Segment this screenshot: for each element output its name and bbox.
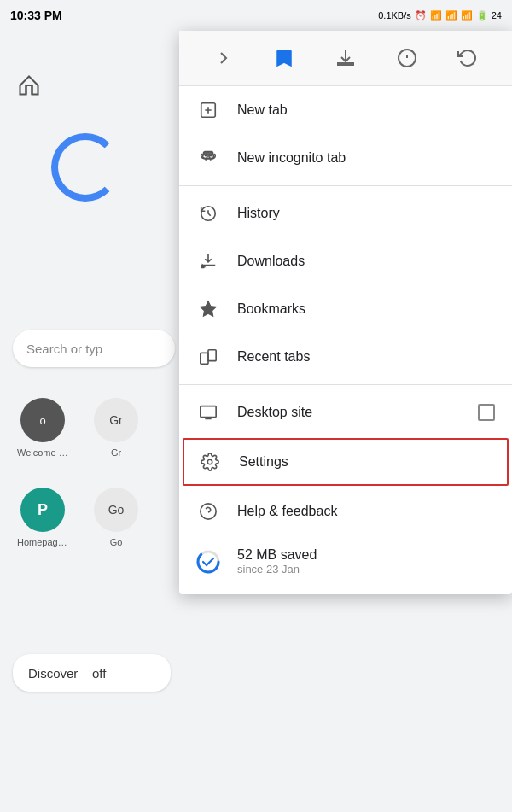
svg-rect-7 (201, 353, 208, 364)
status-bar: 10:33 PM 0.1KB/s ⏰ 📶 📶 📶 🔋 24 (0, 0, 512, 31)
shortcut-2-label: Gr (111, 447, 121, 458)
help-label: Help & feedback (237, 504, 495, 519)
menu-item-recent-tabs[interactable]: Recent tabs (179, 333, 512, 381)
signal-icon2: 📶 (445, 10, 457, 21)
recent-tabs-label: Recent tabs (237, 349, 495, 365)
menu-item-incognito[interactable]: New incognito tab (179, 134, 512, 182)
incognito-icon (196, 146, 220, 170)
svg-point-10 (207, 459, 212, 464)
discover-button[interactable]: Discover – off (13, 654, 171, 692)
svg-rect-9 (201, 406, 216, 418)
info-button[interactable] (388, 39, 426, 77)
downloads-label: Downloads (237, 254, 495, 269)
shortcut-1[interactable]: o Welcome to... (17, 398, 68, 458)
search-placeholder: Search or typ (26, 342, 102, 356)
downloads-icon (196, 249, 220, 273)
search-bar[interactable]: Search or typ (13, 330, 175, 367)
menu-item-history[interactable]: History (179, 190, 512, 237)
desktop-site-label: Desktop site (237, 405, 478, 420)
recent-tabs-icon (196, 345, 220, 369)
saved-since: since 23 Jan (237, 563, 317, 575)
status-time: 10:33 PM (10, 9, 62, 22)
shortcut-3-icon: P (20, 488, 65, 532)
divider-1 (179, 185, 512, 186)
saved-text: 52 MB saved since 23 Jan (237, 547, 317, 575)
history-icon (196, 202, 220, 225)
shortcuts-row-1: o Welcome to... Gr Gr (17, 398, 138, 458)
network-speed: 0.1KB/s (378, 10, 411, 20)
menu-item-desktop-site[interactable]: Desktop site (179, 388, 512, 436)
menu-item-downloads[interactable]: Downloads (179, 237, 512, 285)
bookmark-button[interactable] (265, 39, 303, 77)
bookmarks-star-icon (196, 297, 220, 321)
wifi-icon: 📶 (461, 10, 473, 21)
menu-item-new-tab[interactable]: New tab (179, 86, 512, 134)
desktop-icon (196, 400, 220, 424)
menu-item-saved[interactable]: 52 MB saved since 23 Jan (179, 535, 512, 587)
shortcut-4-icon: Go (94, 488, 138, 532)
shortcut-4-label: Go (110, 537, 123, 547)
shortcut-3[interactable]: P Homepage ... (17, 488, 68, 547)
shortcut-1-icon: o (20, 398, 65, 442)
saved-amount: 52 MB saved (237, 547, 317, 563)
clock-icon: ⏰ (415, 10, 427, 21)
dropdown-menu: New tab New incognito tab Hist (179, 31, 512, 594)
desktop-site-checkbox[interactable] (478, 404, 495, 421)
divider-2 (179, 384, 512, 385)
plus-square-icon (196, 98, 220, 122)
shortcut-4[interactable]: Go Go (94, 488, 138, 547)
savings-icon (196, 550, 220, 574)
battery-level: 24 (492, 10, 502, 20)
shortcut-2-icon: Gr (94, 398, 138, 442)
svg-rect-8 (208, 350, 216, 361)
shortcut-1-label: Welcome to... (17, 447, 68, 458)
signal-icon1: 📶 (430, 10, 442, 21)
download-toolbar-button[interactable] (327, 39, 364, 77)
status-icons: 0.1KB/s ⏰ 📶 📶 📶 🔋 24 (378, 10, 502, 21)
shortcut-3-label: Homepage ... (17, 537, 68, 547)
shortcuts-row-2: P Homepage ... Go Go (17, 488, 138, 547)
menu-item-bookmarks[interactable]: Bookmarks (179, 285, 512, 333)
menu-item-help[interactable]: Help & feedback (179, 488, 512, 535)
battery-icon: 🔋 (476, 10, 488, 21)
settings-label: Settings (239, 454, 493, 470)
chrome-logo (51, 133, 119, 202)
svg-rect-6 (204, 152, 213, 155)
forward-button[interactable] (205, 39, 242, 77)
menu-toolbar (179, 31, 512, 86)
history-label: History (237, 206, 495, 221)
help-icon (196, 499, 220, 523)
home-icon[interactable] (17, 73, 41, 101)
menu-item-settings[interactable]: Settings (183, 438, 509, 486)
incognito-label: New incognito tab (237, 150, 495, 166)
bookmarks-label: Bookmarks (237, 301, 495, 317)
settings-gear-icon (198, 450, 222, 474)
shortcut-2[interactable]: Gr Gr (94, 398, 138, 458)
new-tab-label: New tab (237, 102, 495, 118)
svg-point-11 (201, 504, 216, 519)
refresh-button[interactable] (449, 39, 486, 77)
